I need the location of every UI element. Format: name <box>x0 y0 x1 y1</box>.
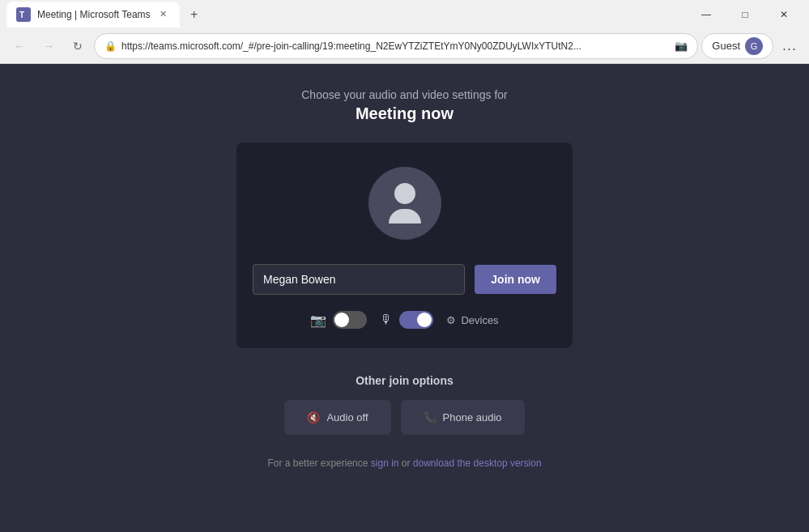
phone-icon: 📞 <box>424 411 436 423</box>
page-subtitle: Choose your audio and video settings for <box>301 88 508 101</box>
browser-chrome: T Meeting | Microsoft Teams ✕ + — □ ✕ ← … <box>0 0 809 64</box>
teams-favicon: T <box>16 7 31 22</box>
page-content: Choose your audio and video settings for… <box>0 64 809 532</box>
guest-profile-button[interactable]: Guest G <box>701 33 773 59</box>
devices-button[interactable]: ⚙ Devices <box>446 314 498 326</box>
close-window-button[interactable]: ✕ <box>765 0 803 28</box>
user-avatar <box>368 167 441 240</box>
footer-text: For a better experience sign in or downl… <box>267 458 541 469</box>
video-control: 📷 <box>310 311 367 329</box>
address-text: https://teams.microsoft.com/_#/pre-join-… <box>121 40 670 52</box>
svg-text:T: T <box>19 11 24 19</box>
phone-audio-button[interactable]: 📞 Phone audio <box>401 400 525 435</box>
tab-title: Meeting | Microsoft Teams <box>37 9 151 20</box>
other-options-title: Other join options <box>356 374 453 387</box>
mic-toggle-knob <box>417 313 432 327</box>
tab-bar: T Meeting | Microsoft Teams ✕ + <box>6 2 688 28</box>
refresh-button[interactable]: ↻ <box>65 33 91 59</box>
back-button[interactable]: ← <box>6 33 32 59</box>
video-off-icon: 📷 <box>310 313 326 328</box>
guest-avatar: G <box>745 37 763 55</box>
audio-off-icon: 🔇 <box>307 411 320 423</box>
video-toggle[interactable] <box>333 311 367 329</box>
address-bar-row: ← → ↻ 🔒 https://teams.microsoft.com/_#/p… <box>0 28 809 64</box>
display-name-input[interactable] <box>253 264 465 295</box>
title-bar: T Meeting | Microsoft Teams ✕ + — □ ✕ <box>0 0 809 28</box>
maximize-button[interactable]: □ <box>726 0 764 28</box>
meeting-card: Join now 📷 🎙 ⚙ Devices <box>236 143 573 348</box>
join-options-row: 🔇 Audio off 📞 Phone audio <box>284 400 524 435</box>
gear-icon: ⚙ <box>446 314 456 326</box>
avatar-head <box>394 183 415 204</box>
audio-off-button[interactable]: 🔇 Audio off <box>284 400 390 435</box>
footer-text-before: For a better experience <box>267 458 370 469</box>
controls-row: 📷 🎙 ⚙ Devices <box>310 311 498 329</box>
sign-in-link[interactable]: sign in <box>371 458 399 469</box>
join-now-button[interactable]: Join now <box>475 265 556 294</box>
video-toggle-knob <box>334 313 349 327</box>
guest-label: Guest <box>712 40 740 52</box>
window-controls: — □ ✕ <box>688 0 803 28</box>
address-bar[interactable]: 🔒 https://teams.microsoft.com/_#/pre-joi… <box>94 33 698 59</box>
footer-text-middle: or <box>398 458 412 469</box>
name-join-row: Join now <box>253 264 556 295</box>
audio-off-label: Audio off <box>326 411 368 423</box>
page-title: Meeting now <box>356 104 453 123</box>
camera-address-icon: 📷 <box>675 40 688 52</box>
browser-more-button[interactable]: ... <box>777 33 803 59</box>
devices-label: Devices <box>461 314 498 326</box>
mic-control: 🎙 <box>380 311 433 329</box>
avatar-icon <box>389 183 421 223</box>
tab-close-button[interactable]: ✕ <box>157 8 170 21</box>
phone-audio-label: Phone audio <box>443 411 502 423</box>
avatar-body <box>389 209 421 223</box>
lock-icon: 🔒 <box>104 40 117 52</box>
active-tab[interactable]: T Meeting | Microsoft Teams ✕ <box>6 2 180 28</box>
download-link[interactable]: download the desktop version <box>413 458 542 469</box>
mic-toggle[interactable] <box>399 311 433 329</box>
forward-button[interactable]: → <box>36 33 62 59</box>
mic-icon: 🎙 <box>380 313 393 327</box>
minimize-button[interactable]: — <box>688 0 725 28</box>
new-tab-button[interactable]: + <box>183 3 206 26</box>
